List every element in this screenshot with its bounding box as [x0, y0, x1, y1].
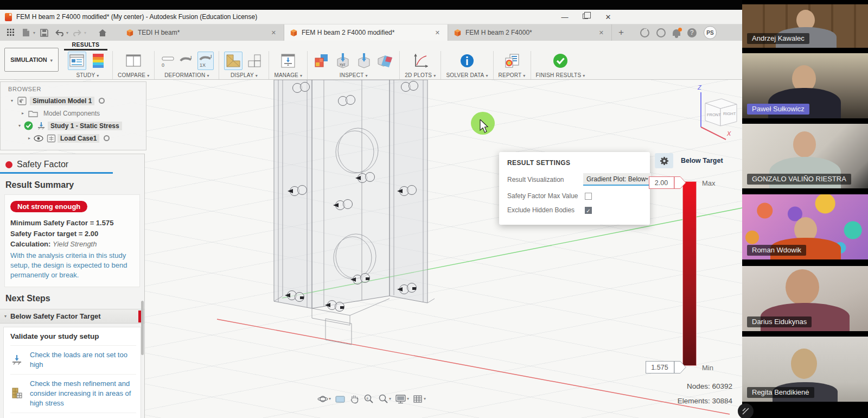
ribbon-tab-results[interactable]: RESULTS	[64, 41, 107, 50]
step-confirm-requirement[interactable]: Confirm your Safety Factor requirement	[10, 413, 136, 418]
notifications-bell-icon[interactable]	[673, 29, 680, 36]
manage-icon[interactable]	[279, 52, 297, 70]
participant-tile-5[interactable]: Darius Eidukynas	[742, 266, 868, 331]
report-icon[interactable]	[503, 52, 521, 70]
panel-title: Safety Factor	[17, 160, 68, 169]
legend-colors-icon[interactable]	[89, 52, 107, 70]
close-tab-icon[interactable]: ✕	[597, 28, 606, 37]
panel-scrollbar[interactable]	[141, 301, 144, 355]
step-check-loads[interactable]: Check the loads are not set too high	[10, 345, 136, 374]
viewport-canvas[interactable]: Z FRONT RIGHT X ▾ ±	[0, 80, 742, 418]
group-study-label[interactable]: STUDY	[76, 72, 99, 78]
exclude-hidden-checkbox[interactable]: ✓	[585, 207, 592, 214]
app-grid-menu-icon[interactable]	[4, 27, 17, 39]
file-menu-icon[interactable]	[20, 27, 33, 39]
file-menu-caret-icon[interactable]: ▾	[33, 30, 35, 35]
mouse-cursor	[480, 119, 490, 135]
group-finish-results-label[interactable]: FINISH RESULTS	[536, 72, 585, 78]
visualization-dropdown[interactable]: Gradient Plot: Below ▾	[583, 173, 651, 186]
doc-tab-fem-modified[interactable]: FEM H beam 2 F4000 modified* ✕	[284, 24, 448, 41]
inspect-point-xyz-icon[interactable]: xyz	[334, 52, 352, 70]
group-deformation-label[interactable]: DEFORMATION	[164, 72, 209, 78]
participant-tile-1[interactable]: Andrzej Kawalec	[742, 4, 868, 48]
tree-item-model-components[interactable]: ▸ Model Components	[1, 107, 146, 119]
restore-button[interactable]	[583, 14, 590, 21]
tree-item-load-case[interactable]: ▸ Load Case1	[1, 132, 146, 144]
view-cube[interactable]: Z FRONT RIGHT X	[693, 83, 743, 148]
meeting-control-button[interactable]	[738, 403, 754, 418]
chevron-down-icon[interactable]: ▾	[9, 98, 15, 103]
job-status-icon[interactable]	[640, 28, 649, 37]
group-manage-label[interactable]: MANAGE	[274, 72, 302, 78]
tree-item-study[interactable]: ▾ Study 1 - Static Stress	[1, 119, 146, 132]
legend-max-input[interactable]: 2.00	[649, 176, 687, 189]
group-report-label[interactable]: REPORT	[499, 72, 526, 78]
visibility-ring-icon[interactable]	[99, 98, 105, 104]
help-icon[interactable]: ?	[687, 28, 697, 37]
step-check-mesh[interactable]: Check the mesh refinement and consider i…	[10, 374, 136, 413]
group-inspect-label[interactable]: INSPECT	[340, 72, 368, 78]
grid-layout-tool[interactable]: ▾	[413, 394, 426, 404]
inspect-slice-plane-icon[interactable]	[376, 52, 394, 70]
undo-caret-icon[interactable]: ▾	[66, 30, 68, 35]
display-shaded-icon[interactable]	[224, 52, 242, 70]
2d-plots-icon[interactable]	[411, 52, 430, 70]
minimize-button[interactable]: —	[561, 14, 569, 21]
doc-tab-fem-f4000[interactable]: FEM H beam 2 F4000* ✕	[448, 24, 612, 41]
grid-caret-icon[interactable]: ▾	[424, 396, 426, 401]
zoom-tool[interactable]: ±	[363, 394, 374, 404]
doc-tab-tedi-h-beam[interactable]: TEDI H beam* ✕	[120, 24, 284, 41]
group-compare-label[interactable]: COMPARE	[118, 72, 149, 78]
participant-tile-3[interactable]: GONZALO VALIÑO RIESTRA	[742, 124, 868, 188]
close-tab-icon[interactable]: ✕	[433, 28, 442, 37]
redo-icon[interactable]	[71, 27, 84, 39]
chevron-right-icon[interactable]: ▸	[27, 136, 32, 141]
participant-tile-4[interactable]: Roman Wdowik	[742, 194, 868, 259]
compare-icon[interactable]	[124, 52, 143, 70]
folder-icon	[28, 110, 38, 117]
undo-icon[interactable]	[53, 27, 66, 39]
fit-caret-icon[interactable]: ▾	[389, 396, 391, 401]
legend-gradient-bar[interactable]	[682, 181, 697, 366]
participant-tile-6[interactable]: Regita Bendikienė	[742, 337, 868, 402]
chevron-right-icon[interactable]: ▸	[20, 111, 25, 116]
max-value-checkbox[interactable]	[585, 193, 592, 200]
group-display-label[interactable]: DISPLAY	[231, 72, 258, 78]
legend-min-input[interactable]: 1.575	[646, 361, 687, 374]
solver-data-icon[interactable]	[458, 52, 476, 70]
participant-tile-2[interactable]: Paweł Sułkowicz	[742, 53, 868, 118]
legend-settings-button[interactable]	[655, 153, 673, 168]
clock-icon[interactable]	[656, 28, 666, 37]
visibility-ring-icon[interactable]	[104, 135, 110, 141]
tree-item-simulation-model[interactable]: ▾ Simulation Model 1	[1, 94, 146, 107]
look-at-tool[interactable]	[335, 395, 346, 403]
user-avatar[interactable]: PS	[704, 26, 717, 39]
group-2d-plots-label[interactable]: 2D PLOTS	[405, 72, 436, 78]
orbit-tool[interactable]: ▾	[317, 394, 331, 404]
eye-icon[interactable]	[34, 135, 43, 142]
finish-results-icon[interactable]	[551, 52, 570, 70]
chevron-down-icon[interactable]: ▾	[17, 123, 22, 128]
group-solver-data-label[interactable]: SOLVER DATA	[446, 72, 488, 78]
pan-tool[interactable]	[349, 394, 359, 404]
deformation-actual-icon[interactable]: I1X	[197, 52, 214, 70]
close-tab-icon[interactable]: ✕	[269, 28, 278, 37]
fit-tool[interactable]: ▾	[378, 394, 391, 404]
display-settings-tool[interactable]: ▾	[395, 394, 409, 404]
deformation-undeformed-icon[interactable]: 0	[159, 52, 176, 70]
inspect-result-compare-icon[interactable]	[312, 52, 331, 70]
below-target-group-row[interactable]: ▾ Below Safety Factor Target	[0, 309, 144, 324]
close-button[interactable]: ✕	[604, 14, 612, 21]
new-tab-button[interactable]: +	[612, 24, 630, 41]
svg-text:xyz: xyz	[340, 62, 346, 67]
display-wireframe-icon[interactable]	[245, 52, 264, 70]
orbit-caret-icon[interactable]: ▾	[329, 396, 331, 401]
study-details-icon[interactable]	[68, 52, 86, 70]
home-icon[interactable]	[96, 27, 109, 39]
workspace-selector[interactable]: SIMULATION	[4, 48, 59, 72]
inspect-probe-icon[interactable]	[355, 52, 373, 70]
display-settings-caret-icon[interactable]: ▾	[407, 396, 409, 401]
deformation-scaled-icon[interactable]: I	[178, 52, 195, 70]
save-icon[interactable]	[37, 27, 50, 39]
redo-caret-icon[interactable]: ▾	[84, 30, 86, 35]
